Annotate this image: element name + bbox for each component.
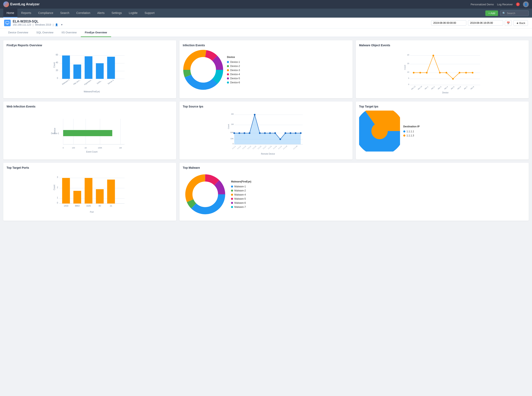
svg-text:1.1.1.5: 1.1.1.5	[252, 145, 257, 149]
top-bar: EventLog Analyzer Personalized Demo Log …	[0, 0, 532, 9]
nav-search[interactable]: Search	[57, 9, 72, 17]
device-info: ELA-W2019-SQL 192.168.111.123 | Windows …	[4, 20, 63, 26]
malware-legend: Malware(FireEye) Malware-1 Malware-2 Mal…	[231, 180, 251, 209]
svg-text:20: 20	[407, 54, 409, 56]
svg-text:1.1.1.8: 1.1.1.8	[268, 145, 272, 149]
svg-text:20: 20	[56, 69, 58, 71]
svg-text:Abc-5: Abc-5	[450, 86, 455, 90]
malware-object-title: Malware Object Events	[359, 44, 526, 47]
svg-text:Abc-2: Abc-2	[431, 86, 435, 90]
legend-ip1: 1.1.1.1	[403, 130, 420, 133]
svg-text:1.1.1.3: 1.1.1.3	[242, 145, 246, 149]
svg-point-46	[452, 78, 454, 80]
svg-rect-0	[6, 22, 9, 24]
add-button[interactable]: + Add	[485, 11, 498, 16]
svg-text:1.1.1.4: 1.1.1.4	[247, 145, 252, 149]
web-infection-card: Web Infection Events Device 0 100 1K 100…	[3, 102, 176, 159]
malware-line-chart: 20 15 10 5 0 Count Abc-1	[359, 49, 526, 94]
search-box[interactable]: 🔍 Search	[500, 11, 529, 16]
svg-text:Remote Device: Remote Device	[261, 153, 275, 155]
svg-rect-1	[6, 24, 8, 24]
svg-text:Malware(FireEye): Malware(FireEye)	[84, 91, 100, 93]
target-ips-pie	[359, 111, 400, 151]
nav-home[interactable]: Home	[3, 9, 17, 17]
date-to[interactable]	[468, 20, 503, 26]
date-range: 📅 ◄ Back	[431, 20, 528, 26]
top-malware-title: Top Malware	[183, 166, 526, 169]
svg-text:5: 5	[408, 77, 409, 79]
svg-text:Abc-1: Abc-1	[424, 86, 429, 90]
legend-malware6: Malware-6	[231, 202, 251, 204]
tab-fireeye-overview[interactable]: FireEye Overview	[81, 29, 111, 37]
svg-point-91	[249, 132, 251, 134]
svg-text:1.1.1.9: 1.1.1.9	[273, 145, 277, 149]
nav-logme[interactable]: LogMe	[126, 9, 141, 17]
svg-text:Device: Device	[442, 92, 448, 94]
notification-badge[interactable]: 2	[516, 2, 520, 6]
svg-point-42	[426, 72, 427, 74]
svg-point-93	[259, 132, 261, 134]
legend-malware4: Malware-4	[231, 193, 251, 196]
calendar-button[interactable]: 📅	[505, 20, 512, 26]
svg-text:Abc-8: Abc-8	[470, 86, 475, 90]
infection-legend: Device Device-1 Device-2 Device-3 Device…	[227, 56, 240, 84]
nav-settings[interactable]: Settings	[108, 9, 125, 17]
svg-text:0: 0	[63, 147, 64, 149]
svg-text:Event Count: Event Count	[86, 151, 97, 153]
tab-nav: Device Overview SQL Overview IIS Overvie…	[0, 29, 532, 37]
nav-alerts[interactable]: Alerts	[94, 9, 108, 17]
svg-text:0: 0	[233, 143, 234, 145]
svg-text:10: 10	[407, 71, 409, 73]
legend-malware1: Malware-1	[231, 185, 251, 188]
user-count-icon: 👤	[55, 23, 58, 26]
legend-device5: Device-5	[227, 77, 240, 80]
search-placeholder: Search	[507, 12, 515, 15]
log-receiver: Log Receiver	[497, 3, 513, 6]
svg-point-43	[432, 55, 434, 56]
nav-reports[interactable]: Reports	[18, 9, 34, 17]
svg-text:Abc-6: Abc-6	[457, 86, 461, 90]
svg-point-40	[413, 72, 414, 74]
infection-events-title: Infection Events	[183, 44, 349, 47]
svg-text:Hypertext...: Hypertext...	[84, 78, 92, 86]
date-from[interactable]	[431, 20, 466, 26]
svg-rect-11	[62, 55, 70, 79]
svg-point-49	[472, 72, 473, 74]
svg-point-47	[458, 72, 460, 74]
top-malware-card: Top Malware Malware(FireEye) Malware-1 M…	[179, 163, 529, 221]
top-target-ips-content: Destination IP 1.1.1.1 1.1.1.3	[359, 111, 526, 151]
svg-point-44	[439, 72, 440, 74]
svg-text:15: 15	[407, 63, 409, 64]
svg-text:1.1.1.0: 1.1.1.0	[278, 145, 282, 149]
infection-events-card: Infection Events Device Device-1 Device-…	[179, 40, 352, 98]
tab-device-overview[interactable]: Device Overview	[4, 29, 32, 37]
svg-text:1.1.1.6: 1.1.1.6	[257, 145, 262, 149]
back-button[interactable]: ◄ Back	[513, 20, 528, 26]
tab-sql-overview[interactable]: SQL Overview	[32, 29, 57, 37]
user-avatar[interactable]: 👤	[523, 1, 529, 7]
svg-text:1433: 1433	[64, 205, 69, 207]
nav-right: + Add 🔍 Search	[485, 11, 529, 16]
svg-text:1.1.1.34: 1.1.1.34	[293, 145, 298, 150]
svg-point-94	[264, 132, 266, 134]
svg-text:0: 0	[57, 202, 58, 204]
nav-correlation[interactable]: Correlation	[73, 9, 93, 17]
legend-device4: Device-4	[227, 73, 240, 76]
svg-point-88	[234, 132, 235, 134]
dropdown-icon[interactable]: ▼	[61, 23, 63, 26]
svg-point-92	[254, 114, 256, 116]
infection-events-content: Device Device-1 Device-2 Device-3 Device…	[183, 49, 349, 90]
nav-compliance[interactable]: Compliance	[35, 9, 57, 17]
svg-text:1.1.1.12: 1.1.1.12	[283, 145, 287, 150]
top-target-ports-title: Top Target Ports	[6, 166, 173, 169]
top-source-ips-title: Top Source Ips	[183, 105, 349, 108]
legend-malware2: Malware-2	[231, 189, 251, 192]
logo-icon	[3, 1, 9, 7]
svg-rect-15	[107, 57, 115, 79]
top-bar-left: EventLog Analyzer	[3, 1, 40, 7]
device-name: ELA-W2019-SQL	[13, 20, 63, 23]
nav-support[interactable]: Support	[141, 9, 158, 17]
svg-text:Count: Count	[404, 65, 406, 70]
tab-iis-overview[interactable]: IIS Overview	[57, 29, 81, 37]
svg-text:Abc-3: Abc-3	[437, 86, 442, 90]
